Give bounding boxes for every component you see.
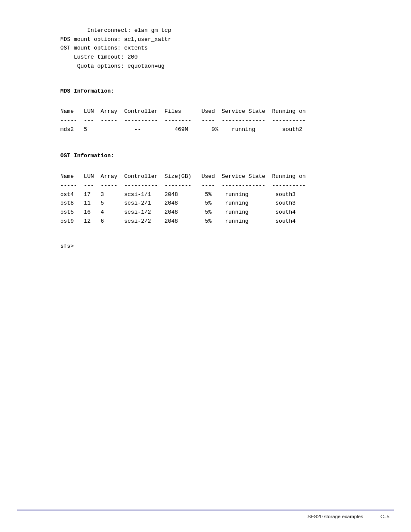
- footer-content: SFS20 storage examples C–5: [0, 510, 411, 519]
- ost-row-4: ost9 12 6 scsi-2/2 2048 5% running south…: [60, 218, 296, 224]
- footer-page: SFS20 storage examples C–5: [308, 514, 389, 519]
- ost-table-header: Name LUN Array Controller Size(GB) Used …: [60, 173, 306, 180]
- ost-table: Name LUN Array Controller Size(GB) Used …: [60, 163, 377, 235]
- mds-table: Name LUN Array Controller Files Used Ser…: [60, 98, 377, 143]
- mds-section-header: MDS Information:: [60, 87, 377, 96]
- ost-row-1: ost4 17 3 scsi-1/1 2048 5% running south…: [60, 191, 296, 198]
- footer-page-number: C–5: [380, 514, 389, 519]
- mds-row-1: mds2 5 -- 469M 0% running south2: [60, 126, 302, 133]
- ost-section-header: OST Information:: [60, 152, 377, 161]
- ost-row-2: ost8 11 5 scsi-2/1 2048 5% running south…: [60, 200, 296, 206]
- page-content: Interconnect: elan gm tcp MDS mount opti…: [0, 0, 411, 285]
- mds-table-sep: ----- --- ----- ---------- -------- ----…: [60, 117, 306, 124]
- ost-table-sep: ----- --- ----- ---------- -------- ----…: [60, 182, 306, 189]
- prompt: sfs>: [60, 242, 377, 251]
- mds-table-header: Name LUN Array Controller Files Used Ser…: [60, 108, 306, 115]
- config-block: Interconnect: elan gm tcp MDS mount opti…: [60, 17, 377, 80]
- footer-title: SFS20 storage examples: [308, 514, 363, 519]
- footer-area: SFS20 storage examples C–5: [0, 510, 411, 519]
- ost-row-3: ost5 16 4 scsi-1/2 2048 5% running south…: [60, 209, 296, 215]
